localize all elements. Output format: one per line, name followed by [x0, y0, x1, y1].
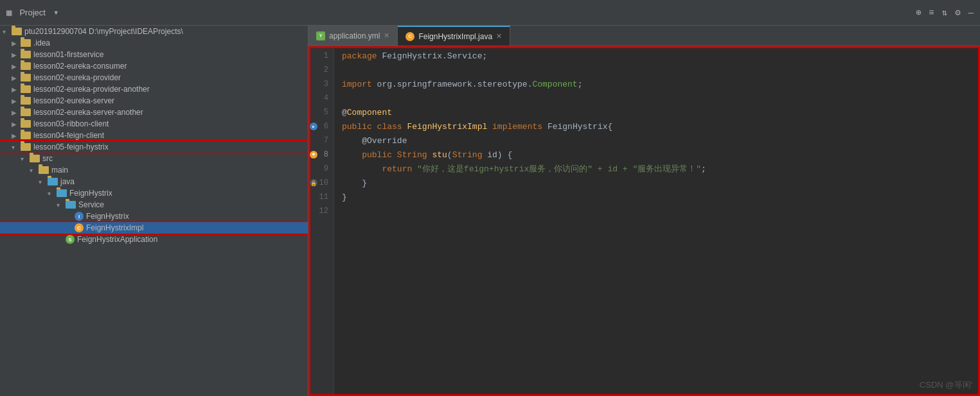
tree-item-lesson02-server-another[interactable]: ▶ lesson02-eureka-server-another — [0, 107, 308, 118]
main-folder-icon — [39, 166, 49, 174]
src-label: src — [42, 154, 53, 163]
lesson02sa-arrow: ▶ — [12, 109, 21, 116]
tree-item-feign-interface[interactable]: ▶ I FeignHystrix — [0, 211, 308, 222]
lesson01-label: lesson01-firstservice — [33, 50, 103, 59]
tree-item-java[interactable]: ▾ java — [0, 176, 308, 187]
code-token: Component — [347, 108, 392, 117]
java-label: java — [60, 177, 75, 186]
line-number-11: 11 — [308, 190, 334, 204]
line-number-9: 9 — [308, 162, 334, 176]
toolbar-icon-sort[interactable]: ⇅ — [942, 7, 947, 18]
fim-java-icon: C — [75, 223, 84, 232]
feign-pkg-arrow: ▾ — [48, 190, 57, 197]
content-area: Y application.yml ✕ C FeignHystrixImpl.j… — [308, 26, 980, 396]
tab-java-label: FeignHystrixImpl.java — [418, 32, 492, 41]
lesson02c-arrow: ▶ — [12, 63, 21, 70]
lesson02s-label: lesson02-eureka-server — [33, 96, 114, 105]
idea-label: .idea — [33, 39, 50, 47]
tree-root[interactable]: ▾ ptu201912900704 D:\myProject\IDEAProje… — [0, 26, 308, 37]
lesson01-arrow: ▶ — [12, 51, 21, 58]
line-number-3: 3 — [308, 77, 334, 91]
tree-item-feign-app[interactable]: ▶ S FeignHystrixApplication — [0, 234, 308, 245]
code-line-9: return "你好，这是feign+hystrix服务，你访问的" + id … — [342, 162, 980, 176]
tab-yml[interactable]: Y application.yml ✕ — [308, 26, 398, 46]
tab-yml-label: application.yml — [329, 31, 380, 40]
lesson02c-label: lesson02-eureka-consumer — [33, 62, 127, 71]
idea-folder-icon — [21, 39, 31, 47]
toolbar-dropdown-arrow[interactable]: ▾ — [53, 7, 58, 18]
code-token: return — [382, 164, 417, 174]
java-arrow: ▾ — [39, 178, 48, 185]
tree-item-lesson03[interactable]: ▶ lesson03-ribbon-client — [0, 118, 308, 130]
fa-label: FeignHystrixApplication — [77, 235, 157, 244]
lesson02sa-folder-icon — [21, 108, 31, 116]
line-number-5: 5 — [308, 105, 334, 119]
gutter-icon-orange: ● — [310, 151, 317, 159]
code-editor[interactable]: 12345▸67●89🔒101112 package FeignHystrix.… — [308, 46, 980, 396]
tree-root-folder-icon — [12, 28, 22, 35]
lesson02pa-folder-icon — [21, 85, 31, 93]
idea-arrow: ▶ — [12, 40, 21, 47]
tree-item-main[interactable]: ▾ main — [0, 164, 308, 176]
tree-root-arrow: ▾ — [3, 28, 12, 35]
line-number-7: 7 — [308, 133, 334, 148]
code-token: Component — [532, 80, 577, 89]
tree-item-lesson04[interactable]: ▶ lesson04-feign-client — [0, 130, 308, 141]
code-line-2 — [342, 63, 980, 77]
lesson02p-label: lesson02-eureka-provider — [33, 73, 121, 82]
src-arrow: ▾ — [21, 155, 30, 162]
service-pkg-label: Service — [78, 200, 104, 209]
toolbar-icon-list[interactable]: ≡ — [929, 8, 934, 18]
lesson02pa-arrow: ▶ — [12, 86, 21, 93]
tree-item-feign-impl[interactable]: ▶ C FeignHystrixImpl — [0, 222, 308, 234]
gutter-icon-blue: ▸ — [310, 123, 317, 130]
code-token: } — [342, 178, 367, 188]
tree-item-lesson02-provider[interactable]: ▶ lesson02-eureka-provider — [0, 72, 308, 83]
tab-java-close[interactable]: ✕ — [496, 32, 502, 40]
tree-item-lesson01[interactable]: ▶ lesson01-firstservice — [0, 49, 308, 60]
toolbar-icon-target[interactable]: ⊕ — [916, 7, 921, 18]
code-token: FeignHystrix. — [382, 51, 447, 61]
main-layout: ▾ ptu201912900704 D:\myProject\IDEAProje… — [0, 26, 980, 396]
toolbar-icon-minimize[interactable]: — — [968, 8, 974, 18]
toolbar-icon-settings[interactable]: ⚙ — [955, 7, 960, 18]
code-token: ; — [578, 80, 583, 89]
lesson02p-arrow: ▶ — [12, 74, 21, 82]
code-token: package — [342, 51, 382, 61]
lesson02pa-label: lesson02-eureka-provider-another — [33, 85, 150, 94]
code-token: implements — [492, 122, 548, 132]
tree-item-lesson02-provider-another[interactable]: ▶ lesson02-eureka-provider-another — [0, 83, 308, 95]
code-token: public — [362, 150, 397, 160]
tab-java[interactable]: C FeignHystrixImpl.java ✕ — [398, 26, 510, 46]
code-token: "你好，这是feign+hystrix服务，你访问的" + id + "服务出现… — [417, 163, 701, 175]
tree-item-lesson05[interactable]: ▾ lesson05-feign-hystrix — [0, 141, 308, 153]
tree-item-service-pkg[interactable]: ▾ Service — [0, 199, 308, 211]
line-number-12: 12 — [308, 204, 334, 218]
gutter-icon-lock: 🔒 — [310, 179, 317, 187]
code-token: FeignHystrixImpl — [407, 122, 492, 132]
tree-item-idea[interactable]: ▶ .idea — [0, 37, 308, 49]
tree-item-feign-pkg[interactable]: ▾ FeignHystrix — [0, 187, 308, 199]
code-token: String — [452, 150, 488, 160]
lesson02p-folder-icon — [21, 74, 31, 82]
line-numbers: 12345▸67●89🔒101112 — [308, 46, 334, 396]
tree-item-lesson02-consumer[interactable]: ▶ lesson02-eureka-consumer — [0, 60, 308, 72]
code-token: ; — [701, 164, 706, 174]
code-line-11: } — [342, 190, 980, 204]
code-line-7: @Override — [342, 133, 980, 148]
lesson05-arrow: ▾ — [12, 144, 21, 151]
code-content[interactable]: package FeignHystrix.Service;import org.… — [334, 46, 980, 396]
tree-item-src[interactable]: ▾ src — [0, 153, 308, 164]
code-token: Override — [367, 136, 407, 146]
tree-item-lesson02-server[interactable]: ▶ lesson02-eureka-server — [0, 95, 308, 107]
code-line-8: public String stu(String id) { — [342, 148, 980, 162]
code-token: stu — [432, 150, 447, 160]
tab-yml-close[interactable]: ✕ — [384, 31, 389, 40]
fi-label: FeignHystrix — [86, 212, 129, 221]
code-token — [342, 164, 382, 174]
tab-bar: Y application.yml ✕ C FeignHystrixImpl.j… — [308, 26, 980, 46]
code-line-10: } — [342, 176, 980, 190]
code-token — [342, 150, 362, 160]
code-token: class — [377, 122, 407, 132]
lesson01-folder-icon — [21, 51, 31, 58]
